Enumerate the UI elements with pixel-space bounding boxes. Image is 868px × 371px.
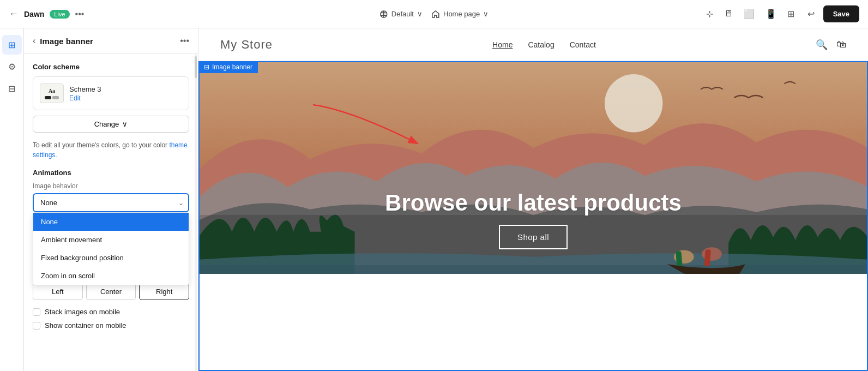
store-nav: My Store Home Catalog Contact 🔍 🛍 [198,28,868,61]
dropdown-option-zoom[interactable]: Zoom in on scroll [33,267,189,285]
default-selector[interactable]: Default ∨ [379,10,423,19]
alignment-buttons: Left Center Right [33,283,189,300]
panel-more-button[interactable]: ••• [180,36,189,46]
mobile-icon[interactable]: 📱 [761,5,781,22]
image-behavior-dropdown[interactable]: None Ambient movement Fixed background p… [33,193,189,212]
theme-name: Dawn [24,10,44,19]
main-layout: ⊞ ⚙ ⊟ ‹ Image banner ••• Color scheme Aa [0,28,868,371]
topbar-right: ⊹ 🖥 ⬜ 📱 ⊞ ↩ Save [702,5,859,22]
change-chevron: ∨ [122,120,128,128]
panel-body[interactable]: Color scheme Aa Scheme 3 Edit Change ∨ [24,54,198,371]
store-nav-icons: 🔍 🛍 [816,39,846,51]
panel-header: ‹ Image banner ••• [24,28,198,54]
dropdown-popup: None Ambient movement Fixed background p… [33,212,189,285]
scheme-preview-bar [45,96,59,99]
homepage-selector[interactable]: Home page ∨ [431,10,489,19]
tablet-icon[interactable]: ⬜ [739,5,759,22]
scheme-info: Scheme 3 Edit [69,85,101,102]
show-container-label: Show container on mobile [45,321,126,330]
live-badge: Live [50,10,69,19]
nav-link-home[interactable]: Home [492,40,513,49]
device-icons: ⊹ 🖥 ⬜ 📱 ⊞ [702,5,799,22]
nav-link-catalog[interactable]: Catalog [528,40,554,49]
save-button[interactable]: Save [823,5,859,22]
scheme-edit-link[interactable]: Edit [69,94,101,102]
desktop-icon[interactable]: 🖥 [720,5,737,22]
align-left-button[interactable]: Left [33,283,83,300]
stack-images-checkbox[interactable] [33,308,40,316]
image-behavior-select[interactable]: None Ambient movement Fixed background p… [33,193,189,212]
default-chevron: ∨ [417,10,423,18]
banner-area: Browse our latest products Shop all [198,61,868,274]
dropdown-option-none[interactable]: None [33,213,189,231]
search-icon[interactable]: 🔍 [816,39,828,51]
panel: ‹ Image banner ••• Color scheme Aa [24,28,198,371]
scrollbar-thumb [195,56,197,78]
preview-area: My Store Home Catalog Contact 🔍 🛍 ⊟ Imag… [198,28,868,371]
scrollbar-track [195,54,197,371]
topbar: ← Dawn Live ••• Default ∨ Home page ∨ ⊹ … [0,0,868,28]
sidebar-item-apps[interactable]: ⊟ [2,79,22,98]
sidebar-icons: ⊞ ⚙ ⊟ [0,28,24,371]
panel-header-left: ‹ Image banner [33,36,93,46]
color-scheme-label: Color scheme [33,63,189,71]
scheme-bar-light [52,96,59,99]
default-label: Default [391,10,414,18]
undo-button[interactable]: ↩ [803,5,819,22]
cursor-icon[interactable]: ⊹ [702,5,718,22]
nav-link-contact[interactable]: Contact [570,40,596,49]
svg-point-3 [605,74,662,132]
stack-images-label: Stack images on mobile [45,308,120,316]
color-scheme-box: Aa Scheme 3 Edit [33,76,189,110]
store-nav-links: Home Catalog Contact [492,40,596,49]
banner-title: Browse our latest products [385,190,682,216]
grid-icon[interactable]: ⊞ [783,5,799,22]
homepage-label: Home page [443,10,480,18]
image-banner-badge-text: Image banner [212,63,252,71]
show-container-checkbox[interactable] [33,322,40,330]
panel-back-button[interactable]: ‹ [33,36,35,46]
change-button[interactable]: Change ∨ [33,116,189,133]
show-container-row: Show container on mobile [33,321,189,330]
align-right-button[interactable]: Right [139,283,189,300]
shop-all-button[interactable]: Shop all [499,225,568,249]
dropdown-option-ambient[interactable]: Ambient movement [33,231,189,249]
image-behavior-label: Image behavior [33,182,189,190]
sidebar-item-settings[interactable]: ⚙ [2,57,22,76]
dropdown-option-fixed[interactable]: Fixed background position [33,249,189,267]
topbar-center: Default ∨ Home page ∨ [379,10,489,19]
cart-icon[interactable]: 🛍 [836,39,846,51]
back-button[interactable]: ← [9,8,19,20]
align-center-button[interactable]: Center [86,283,136,300]
banner-overlay: Browse our latest products Shop all [198,165,868,274]
topbar-more-button[interactable]: ••• [75,9,85,19]
scheme-bar-dark [45,96,51,99]
animations-label: Animations [33,169,189,177]
scheme-preview: Aa [40,83,64,103]
stack-images-row: Stack images on mobile [33,308,189,316]
theme-note: To edit all your theme's colors, go to y… [33,140,189,160]
store-logo: My Store [220,38,273,52]
image-banner-badge-icon: ⊟ [204,63,209,71]
homepage-chevron: ∨ [483,10,489,18]
topbar-left: ← Dawn Live ••• [9,8,695,20]
image-banner-badge: ⊟ Image banner [198,61,258,73]
sidebar-item-layout[interactable]: ⊞ [2,35,22,55]
scheme-name: Scheme 3 [69,85,101,93]
panel-title: Image banner [40,37,93,46]
